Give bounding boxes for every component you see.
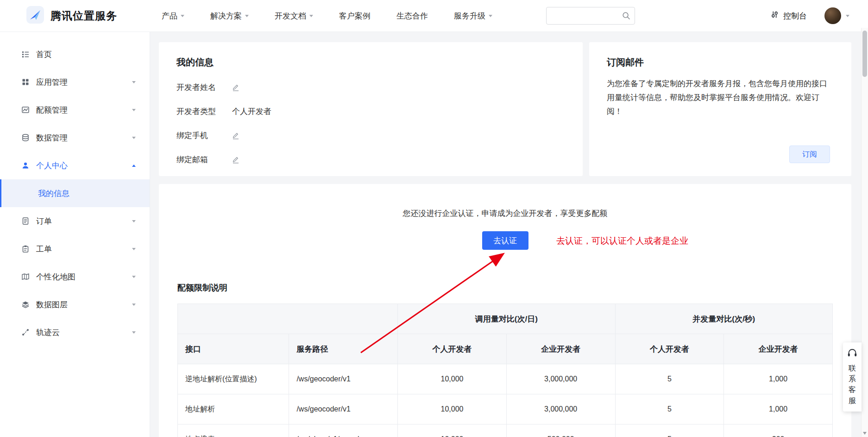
- database-icon: [21, 133, 30, 142]
- scrollbar-thumb[interactable]: [862, 31, 867, 77]
- table-header-row: 接口 服务路径 个人开发者 企业开发者 个人开发者 企业开发者: [178, 334, 833, 364]
- chevron-down-icon: [132, 248, 136, 250]
- cell-path: /ws/place/v1/search: [289, 424, 398, 437]
- search-input[interactable]: [547, 7, 622, 24]
- sidebar-item-label: 配额管理: [36, 105, 68, 115]
- main-content: 我的信息 开发者姓名 开发者类型 个人开发者 绑定手机: [150, 32, 868, 437]
- sidebar-subitem-my-info[interactable]: 我的信息: [0, 179, 150, 207]
- cell-path: /ws/geocoder/v1: [289, 364, 398, 394]
- go-certify-button[interactable]: 去认证: [482, 231, 528, 250]
- column-header-personal-qps: 个人开发者: [615, 334, 724, 364]
- nav-item-label: 生态合作: [396, 11, 428, 21]
- table-row: 地址解析 /ws/geocoder/v1 10,000 3,000,000 5 …: [178, 394, 833, 424]
- chevron-down-icon: [132, 276, 136, 278]
- edit-pencil-icon[interactable]: [232, 132, 239, 139]
- nav-item-cases[interactable]: 客户案例: [339, 11, 371, 21]
- nav-item-eco[interactable]: 生态合作: [396, 11, 428, 21]
- home-icon: [21, 50, 30, 58]
- brand-logo-icon: [26, 6, 44, 26]
- quota-table: 调用量对比(次/日) 并发量对比(次/秒) 接口 服务路径 个人开发者 企业开发…: [177, 304, 833, 437]
- field-label: 绑定邮箱: [176, 154, 232, 165]
- edit-pencil-icon[interactable]: [232, 83, 239, 91]
- console-link[interactable]: 控制台: [770, 10, 807, 21]
- vertical-scrollbar[interactable]: [861, 28, 868, 437]
- table-row: 地点搜索 /ws/place/v1/search 10,000 500,000 …: [178, 424, 833, 437]
- apps-grid-icon: [21, 78, 30, 86]
- my-info-title: 我的信息: [176, 56, 565, 69]
- search-box[interactable]: [546, 7, 635, 25]
- certification-annotation: 去认证，可以认证个人或者是企业: [556, 235, 688, 247]
- chevron-down-icon: [132, 220, 136, 222]
- nav-item-label: 产品: [162, 11, 177, 21]
- main-nav: 产品 解决方案 开发文档 客户案例 生态合作 服务升级: [162, 11, 492, 21]
- sidebar-item-app-management[interactable]: 应用管理: [0, 68, 150, 96]
- quota-section-title: 配额限制说明: [177, 282, 833, 293]
- chevron-down-icon: [132, 81, 136, 83]
- sidebar-item-label: 订单: [36, 216, 52, 227]
- sidebar-item-orders[interactable]: 订单: [0, 207, 150, 235]
- chevron-down-icon: [132, 331, 136, 334]
- cell-api: 逆地址解析(位置描述): [178, 364, 289, 394]
- certification-section: 您还没进行企业认证，申请成为企业开发者，享受更多配额 去认证 去认证，可以认证个…: [177, 184, 833, 250]
- chevron-down-icon: [181, 15, 184, 17]
- nav-item-label: 解决方案: [210, 11, 242, 21]
- cell-personal-qps: 5: [615, 424, 724, 437]
- document-icon: [21, 217, 30, 225]
- sidebar-item-personal-center[interactable]: 个人中心: [0, 152, 150, 179]
- avatar[interactable]: [824, 7, 841, 24]
- sidebar-item-work-orders[interactable]: 工单: [0, 235, 150, 263]
- empty-group-header: [178, 304, 398, 334]
- map-icon: [21, 272, 30, 281]
- sidebar-item-quota-management[interactable]: 配额管理: [0, 96, 150, 124]
- sidebar-item-label: 首页: [36, 49, 52, 60]
- user-icon: [21, 161, 30, 170]
- sidebar-item-home[interactable]: 首页: [0, 40, 150, 68]
- account-menu[interactable]: [824, 7, 849, 24]
- chevron-down-icon: [309, 15, 313, 17]
- brand[interactable]: 腾讯位置服务: [26, 6, 117, 26]
- headset-icon: [847, 348, 857, 359]
- table-group-header-row: 调用量对比(次/日) 并发量对比(次/秒): [178, 304, 833, 334]
- nav-item-docs[interactable]: 开发文档: [275, 11, 313, 21]
- clipboard-icon: [21, 245, 30, 253]
- sidebar: 首页 应用管理 配额管理: [0, 32, 150, 437]
- subscribe-button[interactable]: 订阅: [789, 146, 830, 163]
- nav-item-label: 服务升级: [454, 11, 485, 21]
- chevron-down-icon: [846, 15, 849, 17]
- track-route-icon: [21, 328, 30, 336]
- subscribe-mail-card: 订阅邮件 为您准备了专属定制的开发者服务月报，包含您每月使用的接口用量统计等信息…: [589, 42, 851, 176]
- search-icon[interactable]: [622, 11, 631, 20]
- field-label: 绑定手机: [176, 130, 232, 141]
- sidebar-item-label: 应用管理: [36, 77, 68, 88]
- sidebar-item-label: 个性化地图: [36, 272, 75, 282]
- cell-personal-daily: 10,000: [398, 364, 507, 394]
- sidebar-item-data-layers[interactable]: 数据图层: [0, 291, 150, 318]
- sidebar-item-track-cloud[interactable]: 轨迹云: [0, 318, 150, 346]
- console-label: 控制台: [783, 11, 807, 21]
- nav-item-upgrade[interactable]: 服务升级: [454, 11, 492, 21]
- sidebar-item-data-management[interactable]: 数据管理: [0, 124, 150, 152]
- field-developer-name: 开发者姓名: [176, 82, 565, 93]
- nav-item-label: 客户案例: [339, 11, 371, 21]
- sidebar-item-label: 轨迹云: [36, 327, 60, 338]
- top-cards-row: 我的信息 开发者姓名 开发者类型 个人开发者 绑定手机: [159, 42, 851, 176]
- cell-api: 地点搜索: [178, 424, 289, 437]
- cell-personal-daily: 10,000: [398, 394, 507, 424]
- table-row: 逆地址解析(位置描述) /ws/geocoder/v1 10,000 3,000…: [178, 364, 833, 394]
- cell-personal-qps: 5: [615, 394, 724, 424]
- my-info-card: 我的信息 开发者姓名 开发者类型 个人开发者 绑定手机: [159, 42, 583, 176]
- scrollbar-down-arrow[interactable]: [863, 432, 867, 435]
- brand-title: 腾讯位置服务: [50, 9, 117, 23]
- column-header-enterprise-daily: 企业开发者: [506, 334, 615, 364]
- daily-calls-group-header: 调用量对比(次/日): [398, 304, 615, 334]
- qps-group-header: 并发量对比(次/秒): [615, 304, 832, 334]
- chevron-up-icon: [132, 165, 136, 167]
- cell-enterprise-qps: 1,000: [724, 394, 833, 424]
- nav-item-solutions[interactable]: 解决方案: [210, 11, 249, 21]
- nav-item-products[interactable]: 产品: [162, 11, 184, 21]
- edit-pencil-icon[interactable]: [232, 156, 239, 164]
- sidebar-item-custom-map[interactable]: 个性化地图: [0, 263, 150, 291]
- contact-support-tab[interactable]: 联系客服: [843, 342, 862, 412]
- contact-support-label: 联系客服: [848, 363, 856, 406]
- field-bound-email: 绑定邮箱: [176, 154, 565, 165]
